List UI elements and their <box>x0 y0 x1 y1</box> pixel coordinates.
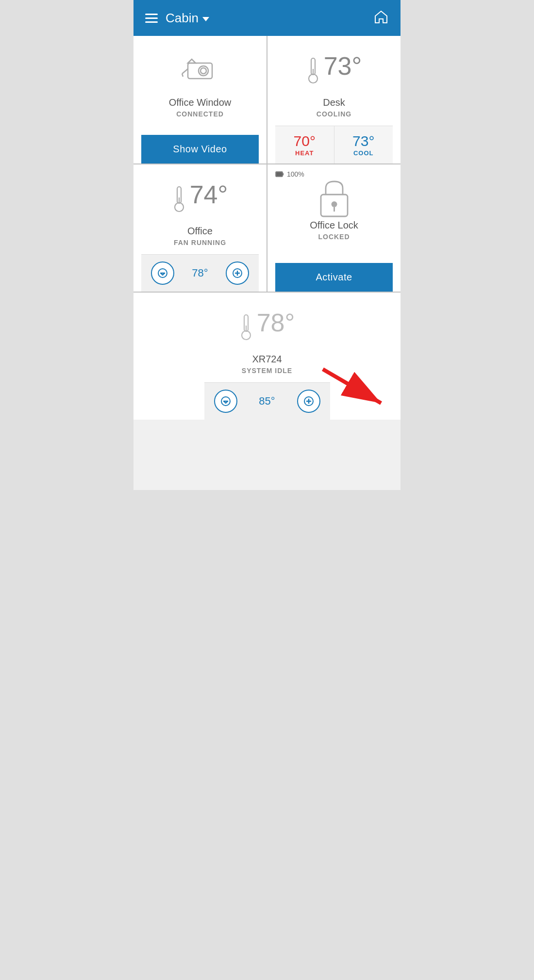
battery-level: 100% <box>287 170 304 178</box>
office-lock-card: 100% Office Lock LOCKED Activate <box>267 164 400 292</box>
lock-status: LOCKED <box>318 233 350 241</box>
office-name: Office <box>187 226 213 237</box>
app-header: Cabin <box>134 0 400 36</box>
svg-line-26 <box>323 369 381 403</box>
xr724-temp-up-button[interactable] <box>297 390 320 413</box>
battery-icon <box>275 171 284 177</box>
desk-status: COOLING <box>317 110 351 118</box>
xr724-temp-display: 78° <box>239 310 295 342</box>
svg-point-10 <box>175 203 184 212</box>
camera-icon-area <box>178 48 222 91</box>
desk-temp-display: 73° <box>306 53 362 85</box>
thermometer-icon-3 <box>239 313 253 342</box>
show-video-button[interactable]: Show Video <box>141 135 259 163</box>
heat-temp: 70° <box>294 133 316 149</box>
svg-point-7 <box>309 74 317 83</box>
heat-col: 70° HEAT <box>275 126 334 163</box>
office-thermo-icon-area: 74° <box>172 176 228 220</box>
desk-footer: 70° HEAT 73° COOL <box>275 126 393 163</box>
location-name: Cabin <box>166 11 199 26</box>
svg-point-18 <box>331 201 337 207</box>
xr724-status: SYSTEM IDLE <box>242 367 292 375</box>
home-icon[interactable] <box>373 9 389 27</box>
svg-line-4 <box>182 74 183 77</box>
desk-name: Desk <box>323 97 345 108</box>
temp-up-button[interactable] <box>226 261 249 285</box>
battery-row: 100% <box>275 170 304 178</box>
svg-line-3 <box>182 69 188 74</box>
svg-rect-16 <box>283 173 284 176</box>
thermostat-controls: 78° <box>141 254 259 292</box>
svg-point-2 <box>200 68 206 74</box>
header-title[interactable]: Cabin <box>166 11 209 26</box>
xr724-set-temp: 85° <box>259 395 275 408</box>
office-set-temp: 78° <box>192 267 208 279</box>
lock-icon <box>316 178 352 219</box>
camera-footer: Show Video <box>141 135 259 163</box>
phone-container: Cabin <box>134 0 400 490</box>
temp-down-button[interactable] <box>151 261 174 285</box>
thermometer-icon-2 <box>172 185 186 214</box>
thermometer-icon <box>306 56 320 85</box>
menu-button[interactable] <box>145 14 158 23</box>
cool-col: 73° COOL <box>334 126 393 163</box>
cool-label: COOL <box>353 149 374 157</box>
xr724-controls: 85° <box>204 382 330 420</box>
activate-button[interactable]: Activate <box>275 263 393 292</box>
header-left: Cabin <box>145 11 209 26</box>
lock-footer: Activate <box>275 263 393 292</box>
office-thermo-footer: 78° <box>141 254 259 292</box>
office-status: FAN RUNNING <box>174 239 226 246</box>
desk-thermo-icon-area: 73° <box>306 48 362 91</box>
lock-icon-area <box>316 176 352 220</box>
xr724-temp-down-button[interactable] <box>214 390 237 413</box>
chevron-down-icon <box>202 17 209 21</box>
xr724-icon-area: 78° <box>239 304 295 348</box>
desk-thermostat-card: 73° Desk COOLING 70° HEAT 73° COOL <box>267 36 400 163</box>
heat-label: HEAT <box>295 149 314 157</box>
camera-icon <box>178 52 222 86</box>
xr724-footer: 85° <box>204 382 330 420</box>
office-temp-display: 74° <box>172 182 228 214</box>
svg-rect-15 <box>276 172 282 176</box>
lock-name: Office Lock <box>310 220 358 231</box>
camera-status: CONNECTED <box>176 110 224 118</box>
cool-temp: 73° <box>352 133 374 149</box>
svg-point-21 <box>242 331 250 340</box>
svg-marker-5 <box>188 59 196 63</box>
xr724-card: 78° XR724 SYSTEM IDLE 85° <box>134 293 400 420</box>
office-thermostat-card: 74° Office FAN RUNNING 78° <box>134 164 267 292</box>
camera-name: Office Window <box>169 97 232 108</box>
heat-cool-row: 70° HEAT 73° COOL <box>275 126 393 163</box>
card-grid: Office Window CONNECTED Show Video 73° D… <box>134 36 400 420</box>
xr724-name: XR724 <box>252 354 282 365</box>
camera-card: Office Window CONNECTED Show Video <box>134 36 267 163</box>
